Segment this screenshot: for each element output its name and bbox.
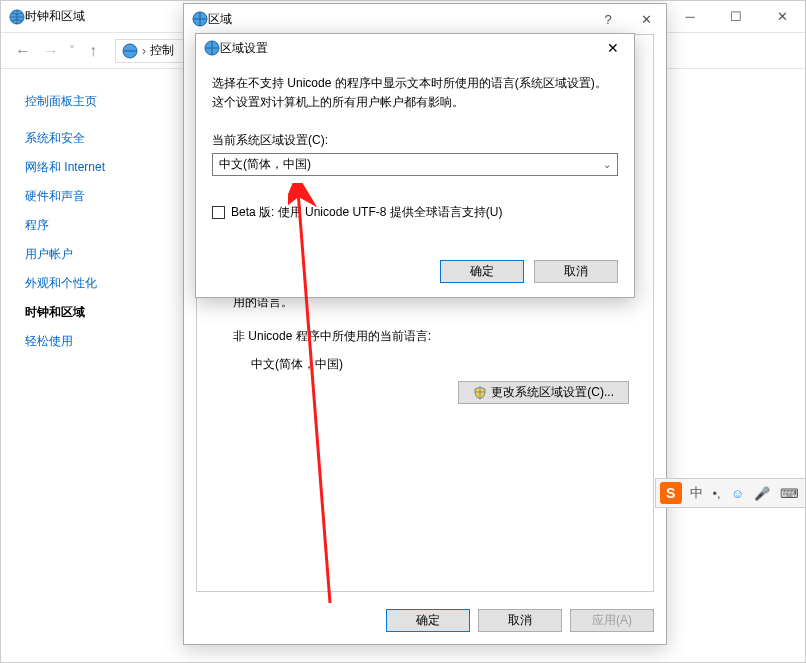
minimize-button[interactable]: ─ bbox=[667, 2, 713, 32]
settings-dialog-title: 区域设置 bbox=[220, 40, 600, 57]
forward-button[interactable]: → bbox=[37, 37, 65, 65]
history-chevron-icon[interactable]: ˅ bbox=[69, 44, 75, 58]
help-button[interactable]: ? bbox=[590, 4, 626, 34]
ime-voice-icon[interactable]: 🎤 bbox=[752, 486, 772, 501]
up-button[interactable]: ↑ bbox=[79, 37, 107, 65]
ime-emoji-icon[interactable]: ☺ bbox=[729, 486, 746, 501]
current-language-value: 中文(简体，中国) bbox=[251, 355, 343, 373]
sidebar-item-clock-region[interactable]: 时钟和区域 bbox=[25, 304, 189, 321]
breadcrumb-sep-icon: › bbox=[142, 44, 146, 58]
beta-utf8-checkbox[interactable] bbox=[212, 206, 225, 219]
settings-body: 选择在不支持 Unicode 的程序中显示文本时所使用的语言(系统区域设置)。这… bbox=[196, 62, 634, 233]
cancel-button[interactable]: 取消 bbox=[534, 260, 618, 283]
ok-button[interactable]: 确定 bbox=[440, 260, 524, 283]
sidebar-item-hardware-sound[interactable]: 硬件和声音 bbox=[25, 188, 189, 205]
maximize-button[interactable]: ☐ bbox=[713, 2, 759, 32]
sidebar-item-system-security[interactable]: 系统和安全 bbox=[25, 130, 189, 147]
change-locale-button-label: 更改系统区域设置(C)... bbox=[491, 384, 614, 401]
chevron-down-icon: ⌄ bbox=[603, 159, 611, 170]
region-dialog-footer: 确定 取消 应用(A) bbox=[386, 609, 654, 632]
close-button[interactable]: ✕ bbox=[759, 2, 805, 32]
breadcrumb-text: 控制 bbox=[150, 42, 174, 59]
globe-icon bbox=[122, 43, 138, 59]
region-titlebar: 区域 ? ✕ bbox=[184, 4, 666, 34]
ime-toolbar[interactable]: S 中 •, ☺ 🎤 ⌨ bbox=[655, 478, 806, 508]
cancel-button[interactable]: 取消 bbox=[478, 609, 562, 632]
ok-button[interactable]: 确定 bbox=[386, 609, 470, 632]
back-button[interactable]: ← bbox=[9, 37, 37, 65]
shield-icon bbox=[473, 386, 487, 400]
region-dialog-title: 区域 bbox=[208, 11, 590, 28]
locale-label: 当前系统区域设置(C): bbox=[212, 132, 618, 149]
sidebar-home-link[interactable]: 控制面板主页 bbox=[25, 93, 189, 110]
settings-titlebar: 区域设置 ✕ bbox=[196, 34, 634, 62]
change-system-locale-button[interactable]: 更改系统区域设置(C)... bbox=[458, 381, 629, 404]
apply-button: 应用(A) bbox=[570, 609, 654, 632]
close-button[interactable]: ✕ bbox=[600, 38, 626, 58]
sidebar-item-network[interactable]: 网络和 Internet bbox=[25, 159, 189, 176]
non-unicode-label: 非 Unicode 程序中所使用的当前语言: bbox=[233, 327, 431, 345]
sogou-ime-icon[interactable]: S bbox=[660, 482, 682, 504]
sidebar-item-programs[interactable]: 程序 bbox=[25, 217, 189, 234]
system-locale-combo[interactable]: 中文(简体，中国) ⌄ bbox=[212, 153, 618, 176]
region-settings-dialog: 区域设置 ✕ 选择在不支持 Unicode 的程序中显示文本时所使用的语言(系统… bbox=[195, 33, 635, 298]
ime-punct-icon[interactable]: •, bbox=[711, 486, 723, 501]
globe-icon bbox=[192, 11, 208, 27]
globe-icon bbox=[9, 9, 25, 25]
window-buttons: ─ ☐ ✕ bbox=[667, 2, 805, 32]
sidebar-item-user-accounts[interactable]: 用户帐户 bbox=[25, 246, 189, 263]
settings-description: 选择在不支持 Unicode 的程序中显示文本时所使用的语言(系统区域设置)。这… bbox=[212, 74, 618, 112]
beta-utf8-label: Beta 版: 使用 Unicode UTF-8 提供全球语言支持(U) bbox=[231, 204, 502, 221]
beta-utf8-row[interactable]: Beta 版: 使用 Unicode UTF-8 提供全球语言支持(U) bbox=[212, 204, 618, 221]
locale-selected-value: 中文(简体，中国) bbox=[219, 156, 603, 173]
close-button[interactable]: ✕ bbox=[626, 4, 666, 34]
settings-footer: 确定 取消 bbox=[440, 260, 618, 283]
sidebar-item-ease-of-access[interactable]: 轻松使用 bbox=[25, 333, 189, 350]
sidebar: 控制面板主页 系统和安全 网络和 Internet 硬件和声音 程序 用户帐户 … bbox=[1, 69, 201, 662]
globe-icon bbox=[204, 40, 220, 56]
ime-keyboard-icon[interactable]: ⌨ bbox=[778, 486, 801, 501]
ime-mode-indicator[interactable]: 中 bbox=[688, 484, 705, 502]
sidebar-item-appearance[interactable]: 外观和个性化 bbox=[25, 275, 189, 292]
